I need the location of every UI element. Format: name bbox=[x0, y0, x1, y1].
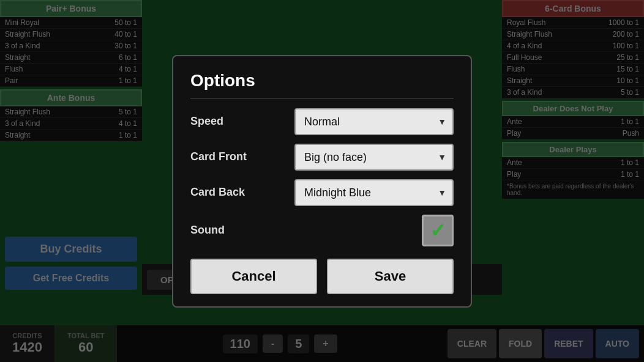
card-back-label: Card Back bbox=[190, 186, 264, 199]
sound-row: Sound ✓ bbox=[190, 215, 454, 246]
card-back-select-wrapper: Midnight Blue Red Green Black ▼ bbox=[294, 179, 454, 206]
speed-label: Speed bbox=[190, 115, 264, 128]
modal-buttons: Cancel Save bbox=[190, 259, 454, 294]
card-front-row: Card Front Standard Big (no face) Big (w… bbox=[190, 144, 454, 171]
sound-label: Sound bbox=[190, 224, 264, 237]
modal-title: Options bbox=[190, 71, 454, 98]
cancel-button[interactable]: Cancel bbox=[190, 259, 317, 294]
save-button[interactable]: Save bbox=[327, 259, 454, 294]
sound-checkbox-wrapper: ✓ bbox=[264, 215, 454, 246]
options-modal: Options Speed Slow Normal Fast ▼ Card Fr… bbox=[172, 55, 472, 308]
card-back-row: Card Back Midnight Blue Red Green Black … bbox=[190, 179, 454, 206]
checkmark-icon: ✓ bbox=[430, 219, 446, 242]
speed-select[interactable]: Slow Normal Fast bbox=[294, 108, 454, 135]
speed-row: Speed Slow Normal Fast ▼ bbox=[190, 108, 454, 135]
card-front-label: Card Front bbox=[190, 150, 264, 163]
speed-select-wrapper: Slow Normal Fast ▼ bbox=[294, 108, 454, 135]
modal-overlay: Options Speed Slow Normal Fast ▼ Card Fr… bbox=[0, 0, 644, 362]
card-back-select[interactable]: Midnight Blue Red Green Black bbox=[294, 179, 454, 206]
sound-toggle[interactable]: ✓ bbox=[422, 215, 454, 246]
card-front-select-wrapper: Standard Big (no face) Big (with face) ▼ bbox=[294, 144, 454, 171]
card-front-select[interactable]: Standard Big (no face) Big (with face) bbox=[294, 144, 454, 171]
